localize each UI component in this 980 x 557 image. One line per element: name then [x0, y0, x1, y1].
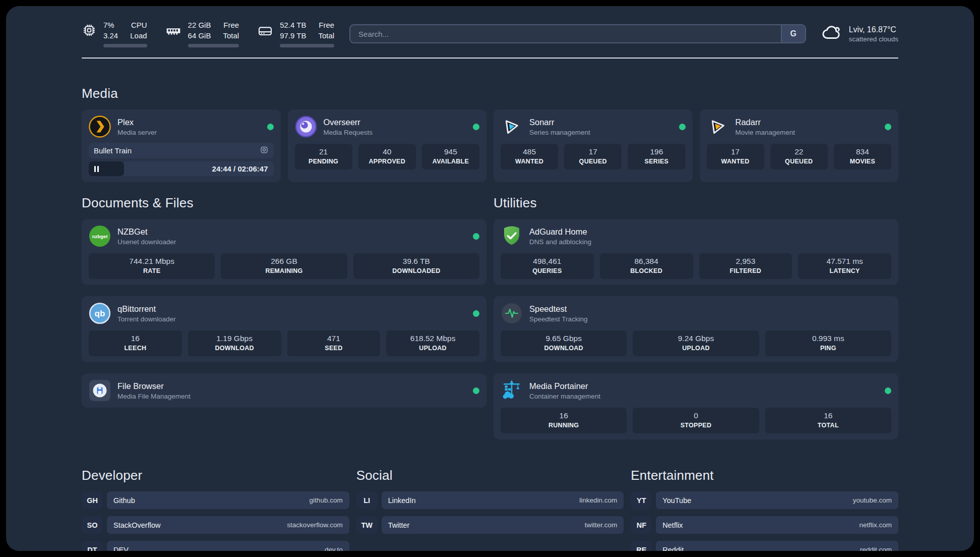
stat-tile: 17 WANTED — [707, 144, 764, 170]
memory-total-value: 64 GiB — [188, 31, 211, 41]
weather-condition: scattered clouds — [849, 35, 898, 43]
link-url: youtube.com — [853, 496, 892, 504]
cpu-usage-value: 7% — [103, 20, 118, 30]
card-radarr[interactable]: Radarr Movie management 17 WANTED 22 QUE… — [700, 109, 899, 182]
qbittorrent-icon: qb — [89, 302, 111, 324]
section-utilities: Utilities — [494, 195, 898, 439]
nzbget-desc: Usenet downloader — [117, 238, 176, 246]
link-badge: NF — [631, 516, 652, 534]
stat-tile: 266 GB REMAINING — [221, 253, 347, 279]
cloud-icon — [821, 22, 842, 45]
stat-tile: 16 LEECH — [89, 330, 182, 356]
google-search-button[interactable]: G — [781, 25, 805, 42]
card-adguard[interactable]: AdGuard Home DNS and adblocking 498,461 … — [494, 219, 898, 285]
search-bar: G — [349, 24, 806, 43]
pause-icon — [94, 166, 96, 172]
stat-tile: 196 SERIES — [628, 144, 685, 170]
plex-name: Plex — [117, 118, 157, 127]
cpu-load-value: 3.24 — [103, 31, 118, 41]
speedtest-desc: Speedtest Tracking — [529, 315, 588, 323]
stat-tile: 17 QUEUED — [564, 144, 622, 170]
weather-location: Lviv, 16.87°C — [849, 25, 898, 34]
section-developer: Developer GH Github github.com SO StackO… — [82, 468, 349, 551]
overseerr-name: Overseerr — [324, 118, 373, 127]
pause-button[interactable] — [89, 161, 124, 176]
search-input[interactable] — [350, 30, 781, 38]
disk-stat: 52.4 TB Free 97.9 TB Total — [257, 20, 334, 47]
cpu-chip-icon — [82, 23, 97, 40]
sonarr-name: Sonarr — [529, 118, 590, 127]
filebrowser-status-dot — [473, 387, 479, 394]
stat-tile: 471 SEED — [287, 330, 381, 356]
card-plex[interactable]: Plex Media server Bullet Train — [82, 109, 281, 182]
hard-drive-icon — [257, 23, 273, 41]
stat-tile: 16 TOTAL — [765, 408, 891, 433]
sonarr-icon — [501, 116, 523, 138]
playback-progress-bar: 24:44 / 02:06:47 — [89, 161, 274, 176]
filebrowser-icon — [89, 379, 111, 402]
section-title-developer: Developer — [82, 468, 349, 483]
section-title-utilities: Utilities — [494, 195, 898, 211]
qbittorrent-status-dot — [473, 310, 479, 317]
card-qbittorrent[interactable]: qb qBittorrent Torrent downloader 16 LEE… — [82, 296, 486, 362]
stat-tile: 86,384 BLOCKED — [600, 253, 693, 279]
stat-tile: 945 AVAILABLE — [422, 144, 479, 170]
link-youtube[interactable]: YT YouTube youtube.com — [631, 491, 898, 509]
nzbget-name: NZBGet — [117, 227, 176, 237]
card-portainer[interactable]: Media Portainer Container management 16 … — [494, 373, 898, 439]
stat-tile: 744.21 Mbps RATE — [89, 253, 215, 279]
qbittorrent-desc: Torrent downloader — [117, 315, 176, 323]
link-name: StackOverflow — [113, 521, 160, 529]
stat-tile: 9.65 Gbps DOWNLOAD — [501, 330, 627, 356]
link-name: YouTube — [662, 496, 691, 505]
topbar: 7% CPU 3.24 Load — [82, 20, 898, 47]
overseerr-icon — [295, 116, 317, 138]
stat-tile: 485 WANTED — [501, 144, 558, 170]
link-url: stackoverflow.com — [287, 521, 342, 529]
link-url: dev.to — [325, 546, 343, 551]
card-nzbget[interactable]: nzbget NZBGet Usenet downloader 744.21 M… — [82, 219, 486, 285]
stat-tile: 1.19 Gbps DOWNLOAD — [188, 330, 281, 356]
section-documents: Documents & Files nzbget NZBGet Usenet d — [82, 195, 486, 408]
nzbget-status-dot — [473, 233, 479, 240]
link-name: LinkedIn — [388, 496, 416, 505]
system-stats: 7% CPU 3.24 Load — [82, 20, 334, 47]
card-sonarr[interactable]: Sonarr Series management 485 WANTED 17 Q… — [494, 109, 693, 182]
portainer-name: Media Portainer — [529, 381, 600, 391]
section-title-entertainment: Entertainment — [631, 468, 898, 483]
link-reddit[interactable]: RE Reddit reddit.com — [631, 541, 898, 551]
header-divider — [82, 58, 898, 59]
now-playing-title: Bullet Train — [94, 146, 132, 155]
link-dev[interactable]: DT DEV dev.to — [82, 541, 349, 551]
card-speedtest[interactable]: Speedtest Speedtest Tracking 9.65 Gbps D… — [494, 296, 898, 362]
stat-tile: 834 MOVIES — [834, 144, 891, 170]
filebrowser-name: File Browser — [117, 381, 191, 391]
link-name: Reddit — [662, 546, 684, 551]
radarr-name: Radarr — [736, 118, 795, 127]
link-url: netflix.com — [859, 521, 892, 529]
sonarr-status-dot — [679, 124, 686, 130]
radarr-icon — [707, 116, 729, 138]
link-url: reddit.com — [860, 546, 892, 551]
link-stackoverflow[interactable]: SO StackOverflow stackoverflow.com — [82, 516, 349, 534]
disk-label-2: Total — [318, 31, 334, 41]
cpu-label-1: CPU — [130, 20, 147, 30]
link-github[interactable]: GH Github github.com — [82, 491, 349, 509]
adguard-desc: DNS and adblocking — [529, 238, 591, 246]
link-name: Github — [113, 496, 135, 505]
memory-progress-bar — [188, 44, 239, 47]
link-url: linkedin.com — [579, 496, 617, 504]
link-netflix[interactable]: NF Netflix netflix.com — [631, 516, 898, 534]
link-linkedin[interactable]: LI LinkedIn linkedin.com — [356, 491, 624, 509]
link-url: twitter.com — [585, 521, 618, 529]
plex-desc: Media server — [117, 129, 157, 136]
link-name: Twitter — [388, 521, 410, 529]
stat-tile: 40 APPROVED — [358, 144, 416, 170]
card-filebrowser[interactable]: File Browser Media File Management — [82, 373, 486, 408]
memory-label-2: Total — [223, 31, 239, 41]
card-overseerr[interactable]: Overseerr Media Requests 21 PENDING 40 A… — [288, 109, 487, 182]
section-title-documents: Documents & Files — [82, 195, 486, 211]
link-twitter[interactable]: TW Twitter twitter.com — [356, 516, 624, 534]
link-badge: DT — [82, 541, 103, 551]
speedtest-name: Speedtest — [529, 304, 588, 314]
